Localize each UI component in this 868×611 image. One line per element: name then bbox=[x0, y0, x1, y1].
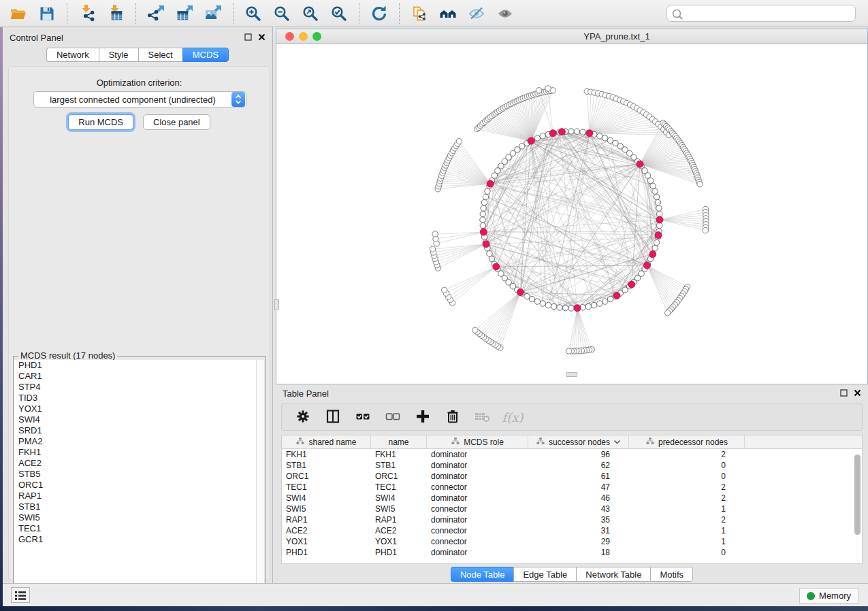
control-panel: Control Panel NetworkStyleSelectMCDS Opt… bbox=[3, 27, 273, 583]
export-image-button[interactable] bbox=[199, 2, 227, 25]
cell-shared-name: FKH1 bbox=[282, 450, 371, 459]
export-network-icon bbox=[147, 5, 165, 22]
close-panel-button[interactable]: Close panel bbox=[143, 114, 210, 130]
hide-selected-button[interactable] bbox=[462, 2, 491, 25]
first-neighbors-button[interactable] bbox=[434, 2, 462, 25]
gear-button[interactable] bbox=[293, 407, 313, 427]
close-window-button[interactable] bbox=[285, 32, 294, 41]
zoom-fit-button[interactable] bbox=[296, 2, 325, 25]
mcds-result-item[interactable]: STB1 bbox=[14, 501, 257, 512]
table-row[interactable]: TEC1TEC1connector472 bbox=[282, 482, 862, 493]
tab-network[interactable]: Network bbox=[46, 48, 99, 62]
column-header-successor-nodes[interactable]: successor nodes bbox=[528, 435, 629, 448]
tab-motifs[interactable]: Motifs bbox=[650, 567, 693, 582]
zoom-out-button[interactable] bbox=[268, 2, 296, 25]
network-view-frame: YPA_prune.txt_1 bbox=[276, 29, 868, 384]
criterion-dropdown[interactable]: largest connected component (undirected) bbox=[33, 91, 246, 108]
memory-button[interactable]: Memory bbox=[799, 588, 858, 604]
column-header-MCDS-role[interactable]: MCDS role bbox=[427, 435, 528, 448]
optimization-criterion-label: Optimization criterion: bbox=[9, 78, 270, 88]
column-header-shared-name[interactable]: shared name bbox=[282, 435, 371, 448]
mcds-result-item[interactable]: YOX1 bbox=[14, 403, 257, 414]
tab-edge-table[interactable]: Edge Table bbox=[513, 567, 576, 582]
mcds-result-item[interactable]: TID3 bbox=[14, 393, 257, 403]
table-row[interactable]: ACE2ACE2connector311 bbox=[282, 525, 862, 536]
refresh-button[interactable] bbox=[365, 2, 393, 25]
zoom-selected-button[interactable] bbox=[325, 2, 353, 25]
mcds-result-scrollbar[interactable] bbox=[256, 360, 264, 601]
import-table-button[interactable] bbox=[101, 2, 130, 25]
zoom-in-button[interactable] bbox=[239, 2, 268, 25]
mcds-result-item[interactable]: STP4 bbox=[14, 382, 257, 393]
table-row[interactable]: RAP1RAP1dominator352 bbox=[282, 514, 862, 525]
table-row[interactable]: SWI5SWI5connector431 bbox=[282, 503, 862, 514]
mcds-result-item[interactable]: SRD1 bbox=[14, 425, 257, 436]
table-row[interactable]: PHD1PHD1dominator180 bbox=[282, 547, 862, 558]
table-row[interactable]: YOX1YOX1connector291 bbox=[282, 536, 862, 547]
add-button[interactable] bbox=[413, 407, 433, 427]
open-button[interactable] bbox=[4, 2, 33, 25]
mcds-result-item[interactable]: PHD1 bbox=[14, 360, 257, 371]
show-all-button[interactable] bbox=[491, 2, 519, 25]
mcds-result-item[interactable]: SWI5 bbox=[14, 512, 257, 523]
save-button[interactable] bbox=[33, 2, 61, 25]
search-input[interactable] bbox=[666, 5, 856, 22]
table-panel: Table Panel f(x) shared namenameMCDS rol… bbox=[276, 384, 868, 583]
network-window-titlebar[interactable]: YPA_prune.txt_1 bbox=[276, 29, 867, 44]
mcds-result-item[interactable]: TEC1 bbox=[14, 523, 257, 534]
tab-mcds[interactable]: MCDS bbox=[182, 48, 229, 62]
tab-style[interactable]: Style bbox=[99, 48, 138, 62]
cell-name: TEC1 bbox=[371, 482, 427, 492]
network-canvas[interactable] bbox=[276, 44, 867, 384]
mcds-result-item[interactable]: STB5 bbox=[14, 469, 257, 480]
table-scrollbar[interactable] bbox=[854, 452, 861, 561]
table-toolbar: f(x) bbox=[281, 403, 863, 431]
deselect-all-button[interactable] bbox=[383, 407, 403, 427]
import-network-button[interactable] bbox=[73, 2, 101, 25]
run-mcds-button[interactable]: Run MCDS bbox=[68, 114, 133, 130]
mcds-result-item[interactable]: RAP1 bbox=[14, 491, 257, 501]
net-column-icon bbox=[451, 436, 460, 448]
horizontal-split-handle[interactable] bbox=[566, 372, 577, 377]
table-row[interactable]: ORC1ORC1dominator610 bbox=[282, 471, 862, 482]
vertical-split-handle[interactable] bbox=[274, 299, 279, 310]
network-graph[interactable] bbox=[276, 44, 867, 384]
cell-shared-name: STB1 bbox=[282, 461, 371, 470]
cell-name: YOX1 bbox=[371, 537, 427, 546]
cell-MCDS-role: dominator bbox=[427, 493, 528, 503]
mcds-result-item[interactable]: PMA2 bbox=[14, 436, 257, 447]
mcds-result-item[interactable]: SWI4 bbox=[14, 414, 257, 425]
close-panel-icon[interactable] bbox=[258, 33, 266, 43]
float-panel-icon[interactable] bbox=[244, 33, 252, 43]
mcds-result-item[interactable]: ACE2 bbox=[14, 458, 257, 469]
sort-desc-icon bbox=[613, 437, 621, 447]
column-header-predecessor-nodes[interactable]: predecessor nodes bbox=[629, 435, 745, 448]
tab-network-table[interactable]: Network Table bbox=[576, 567, 650, 582]
cell-predecessor-nodes: 0 bbox=[629, 548, 745, 557]
cell-predecessor-nodes: 1 bbox=[629, 504, 745, 514]
table-row[interactable]: STB1STB1dominator620 bbox=[282, 460, 862, 471]
mcds-result-item[interactable]: CAR1 bbox=[14, 371, 257, 382]
split-columns-button[interactable] bbox=[323, 407, 343, 427]
trash-button[interactable] bbox=[443, 407, 463, 427]
table-row[interactable]: SWI4SWI4dominator462 bbox=[282, 493, 862, 503]
mcds-result-item[interactable]: ORC1 bbox=[14, 480, 257, 491]
tab-select[interactable]: Select bbox=[138, 48, 182, 62]
close-table-panel-icon[interactable] bbox=[854, 389, 861, 399]
export-table-button[interactable] bbox=[170, 2, 199, 25]
maximize-window-button[interactable] bbox=[312, 32, 321, 41]
minimize-window-button[interactable] bbox=[299, 32, 308, 41]
mcds-result-item[interactable]: GCR1 bbox=[14, 534, 257, 545]
tab-node-table[interactable]: Node Table bbox=[451, 567, 514, 582]
task-history-button[interactable] bbox=[11, 587, 30, 603]
column-header-name[interactable]: name bbox=[371, 435, 427, 448]
float-table-panel-icon[interactable] bbox=[840, 389, 848, 399]
mcds-result-item[interactable]: FKH1 bbox=[14, 447, 257, 458]
table-row[interactable]: FKH1FKH1dominator962 bbox=[282, 449, 862, 460]
mcds-result-list[interactable]: PHD1CAR1STP4TID3YOX1SWI4SRD1PMA2FKH1ACE2… bbox=[14, 360, 257, 601]
network-from-selection-button[interactable] bbox=[405, 2, 434, 25]
export-network-button[interactable] bbox=[142, 2, 170, 25]
select-all-button[interactable] bbox=[353, 407, 373, 427]
cell-predecessor-nodes: 0 bbox=[629, 461, 745, 470]
cell-predecessor-nodes: 2 bbox=[629, 450, 745, 459]
